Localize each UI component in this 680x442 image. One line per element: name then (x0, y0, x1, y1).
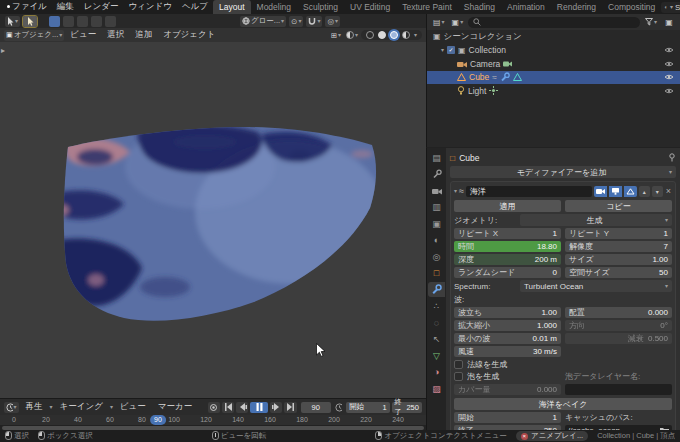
transform-orientation-dropdown[interactable]: グロー... ▾ (240, 16, 286, 27)
outliner-display-mode-dropdown[interactable]: ▣ ▾ (450, 17, 466, 28)
timeline-editor-type-dropdown[interactable]: ▾ (4, 402, 19, 413)
workspace-tab-compositing[interactable]: Compositing (602, 0, 661, 14)
time-field[interactable]: 時間18.80 (454, 241, 561, 252)
outliner-row-camera[interactable]: Camera (427, 57, 680, 71)
tab-scene[interactable]: ◐ (428, 233, 445, 248)
breadcrumb-object-name[interactable]: Cube (459, 153, 479, 163)
workspace-tab-rendering[interactable]: Rendering (551, 0, 602, 14)
tab-modifiers[interactable] (428, 282, 445, 297)
tweak-tool-button[interactable] (23, 16, 37, 27)
jump-to-end-button[interactable] (284, 402, 296, 413)
properties-editor-type-dropdown[interactable]: ▤ (428, 150, 445, 165)
select-mode-new-button[interactable] (49, 16, 60, 27)
scrollbar-thumb[interactable] (2, 426, 424, 430)
workspace-tab-animation[interactable]: Animation (501, 0, 551, 14)
active-tool-dropdown[interactable]: ▾ (5, 16, 20, 27)
add-modifier-dropdown[interactable]: モディファイアーを追加 ▾ (450, 166, 676, 178)
repeat-x-field[interactable]: リピート X1 (454, 228, 561, 239)
shading-material-icon[interactable] (390, 31, 398, 39)
tab-object-data[interactable]: ▽ (428, 348, 445, 363)
panel-expand-icon[interactable]: ▾ (454, 188, 457, 194)
workspace-tab-uvediting[interactable]: UV Editing (344, 0, 396, 14)
scene-selector[interactable]: ◐ ▾ Scene × (661, 2, 680, 13)
apply-button[interactable]: 適用 (454, 200, 561, 212)
eye-wrapper[interactable] (664, 73, 674, 81)
menu-file[interactable]: ファイル (7, 1, 52, 13)
tab-particles[interactable]: ∴ (428, 299, 445, 314)
random-seed-field[interactable]: ランダムシード0 (454, 267, 561, 278)
depth-field[interactable]: 深度200 m (454, 254, 561, 265)
smallest-wave-field[interactable]: 最小の波0.01 m (454, 333, 561, 344)
geometry-dropdown[interactable]: 生成 ▾ (520, 214, 672, 226)
frame-start-field[interactable]: 開始1 (346, 402, 389, 413)
timeline-ruler[interactable]: 0 20 40 60 80 90 100 120 140 160 180 200… (0, 415, 426, 425)
disclosure-triangle-icon[interactable]: ▾ (441, 47, 444, 53)
tab-view-layer[interactable]: ▣ (428, 216, 445, 231)
select-mode-intersect-button[interactable] (105, 16, 116, 27)
tab-material[interactable]: ◑ (428, 365, 445, 380)
resolution-field[interactable]: 解像度7 (565, 241, 672, 252)
ocean-mesh[interactable] (0, 42, 426, 398)
jump-to-start-button[interactable] (222, 402, 234, 413)
viewport-menu-add[interactable]: 追加 (130, 29, 157, 41)
frame-end-field[interactable]: 終了250 (392, 402, 422, 413)
move-modifier-down-button[interactable]: ▾ (652, 186, 663, 197)
tab-object[interactable]: □ (428, 266, 445, 281)
overlays-dropdown[interactable]: ▾ (344, 30, 360, 41)
foam-layer-name-input[interactable] (565, 384, 672, 395)
tab-render[interactable] (428, 183, 445, 198)
tab-texture[interactable]: ▨ (428, 381, 445, 396)
mode-dropdown[interactable]: ▣ オブジェク... ▾ (4, 30, 64, 41)
stop-animation-icon[interactable]: × (521, 433, 528, 440)
eye-wrapper[interactable] (664, 87, 674, 95)
toolbar-expand-arrow[interactable]: ▸ (1, 46, 5, 55)
pivot-point-dropdown[interactable]: ⊙ ▾ (289, 16, 303, 27)
viewport-menu-view[interactable]: ビュー (65, 29, 101, 41)
tab-physics[interactable]: ◌ (428, 315, 445, 330)
anim-player-badge[interactable]: × アニメプレイ... (516, 431, 588, 441)
delete-modifier-button[interactable]: × (665, 186, 672, 196)
collection-checkbox[interactable]: ✓ (447, 46, 455, 54)
choppiness-field[interactable]: 波立ち1.00 (454, 307, 561, 318)
menu-window[interactable]: ウィンドウ (123, 1, 177, 13)
playhead-current-frame[interactable]: 90 (150, 415, 166, 425)
tab-world[interactable]: ◎ (428, 249, 445, 264)
menu-render[interactable]: レンダー (79, 1, 124, 13)
outliner-editor-type-dropdown[interactable]: ▤ ▾ (431, 17, 447, 28)
eye-wrapper[interactable] (664, 60, 674, 68)
spectrum-dropdown[interactable]: Turbulent Ocean ▾ (520, 280, 672, 292)
timeline-menu-view[interactable]: ビュー (115, 401, 151, 413)
tab-output[interactable]: ▥ (428, 200, 445, 215)
workspace-tab-shading[interactable]: Shading (458, 0, 501, 14)
timeline-menu-keying[interactable]: キーイング (55, 401, 108, 413)
viewport-3d[interactable]: ▣ オブジェク... ▾ ビュー 選択 追加 オブジェクト ⊞ ▾ ▾ (0, 28, 426, 398)
tab-constraints[interactable]: ↖ (428, 332, 445, 347)
record-button[interactable] (208, 402, 220, 413)
tab-tool[interactable] (428, 167, 445, 182)
snap-toggle-dropdown[interactable]: ▾ (306, 16, 322, 27)
shading-wireframe-icon[interactable] (366, 31, 374, 39)
generate-foam-checkbox[interactable] (454, 372, 463, 381)
scale-field[interactable]: 拡大縮小1.000 (454, 320, 561, 331)
workspace-tab-sculpting[interactable]: Sculpting (297, 0, 344, 14)
select-mode-subtract-button[interactable] (77, 16, 88, 27)
select-mode-extend-button[interactable] (63, 16, 74, 27)
viewport-menu-object[interactable]: オブジェクト (158, 29, 220, 41)
select-mode-invert-button[interactable] (91, 16, 102, 27)
current-frame-field[interactable]: 90 (301, 402, 331, 413)
outliner-row-scene-collection[interactable]: ▣ シーンコレクション (427, 30, 680, 44)
viewport-menu-select[interactable]: 選択 (102, 29, 129, 41)
workspace-tab-texturepaint[interactable]: Texture Paint (396, 0, 458, 14)
outliner-search-input[interactable] (468, 17, 640, 28)
menu-help[interactable]: ヘルプ (177, 1, 213, 13)
alignment-field[interactable]: 配置0.000 (565, 307, 672, 318)
toggle-render-visibility[interactable] (594, 186, 607, 197)
generate-normals-checkbox[interactable] (454, 360, 463, 369)
copy-button[interactable]: コピー (565, 200, 672, 212)
workspace-tab-layout[interactable]: Layout (213, 0, 251, 14)
size-field[interactable]: サイズ1.00 (565, 254, 672, 265)
spatial-size-field[interactable]: 空間サイズ50 (565, 267, 672, 278)
outliner-filter-dropdown[interactable]: ▾ (643, 17, 659, 28)
outliner-row-light[interactable]: Light (427, 84, 680, 98)
shading-solid-icon[interactable] (378, 31, 386, 39)
